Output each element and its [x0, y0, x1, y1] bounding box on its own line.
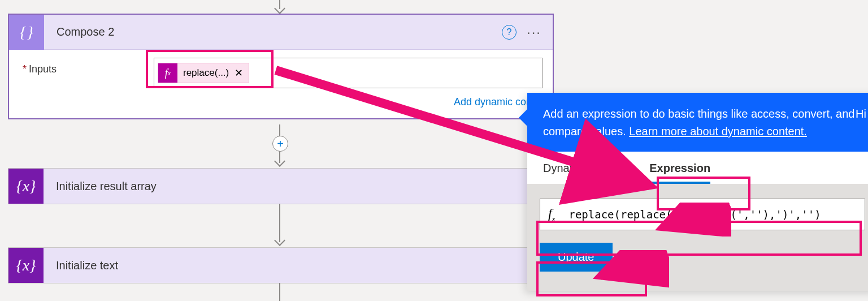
connector-arrow — [274, 3, 285, 14]
action-title: Initialize text — [44, 259, 528, 272]
token-text: replace(...) — [183, 67, 229, 79]
add-step-button[interactable]: + — [272, 136, 288, 152]
expression-token[interactable]: fx replace(...) ✕ — [158, 63, 249, 83]
popup-pointer — [519, 109, 528, 127]
variable-icon: {x} — [8, 248, 44, 283]
action-initialize-result-array[interactable]: {x} Initialize result array ? — [8, 168, 554, 204]
action-title: Initialize result array — [44, 180, 528, 193]
inputs-field[interactable]: fx replace(...) ✕ — [154, 58, 542, 88]
expression-input[interactable]: fx replace(replace('(100)','(',''),')','… — [540, 199, 865, 230]
inputs-label: *Inputs — [23, 58, 154, 75]
connector-arrow — [274, 156, 285, 167]
update-button[interactable]: Update — [540, 243, 613, 272]
tab-dynamic-content[interactable]: Dynamic conte — [543, 162, 618, 184]
more-menu-icon[interactable]: ··· — [527, 24, 541, 40]
connector-line — [279, 283, 280, 301]
popup-tip: Add an expression to do basic things lik… — [527, 93, 868, 152]
fx-icon: fx — [548, 206, 555, 223]
popup-tabs: Dynamic conte Expression — [527, 152, 868, 184]
action-title: Compose 2 — [44, 25, 502, 38]
inputs-label-text: Inputs — [29, 63, 57, 75]
inputs-row: *Inputs fx replace(...) ✕ — [9, 50, 553, 89]
add-dynamic-content-link[interactable]: Add dynamic conte — [9, 89, 553, 118]
connector-arrow — [274, 235, 285, 246]
action-header[interactable]: {x} Initialize result array ? — [8, 169, 553, 204]
flow-canvas: { } Compose 2 ? ··· *Inputs fx replace(.… — [0, 0, 868, 301]
expression-value: replace(replace('(100)','(',''),')','') — [568, 208, 821, 221]
expression-popup: Add an expression to do basic things lik… — [527, 93, 868, 291]
action-initialize-text[interactable]: {x} Initialize text ? — [8, 247, 554, 283]
hide-link[interactable]: Hi — [856, 105, 866, 123]
action-header[interactable]: {x} Initialize text ? — [8, 248, 553, 283]
fx-icon: fx — [158, 63, 177, 83]
action-compose-2[interactable]: { } Compose 2 ? ··· *Inputs fx replace(.… — [8, 14, 554, 119]
compose-icon: { } — [9, 15, 44, 50]
tab-expression[interactable]: Expression — [649, 162, 710, 184]
help-icon[interactable]: ? — [502, 25, 517, 40]
expression-area: fx replace(replace('(100)','(',''),')','… — [527, 184, 868, 291]
token-remove-icon[interactable]: ✕ — [235, 67, 243, 79]
learn-more-link[interactable]: Learn more about dynamic content. — [629, 125, 807, 137]
variable-icon: {x} — [8, 169, 44, 204]
action-header[interactable]: { } Compose 2 ? ··· — [9, 15, 553, 50]
